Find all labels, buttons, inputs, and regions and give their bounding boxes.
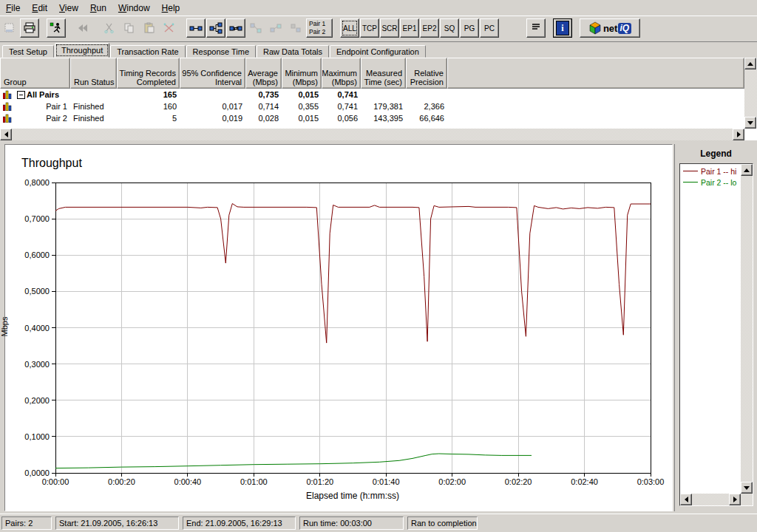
menu-view[interactable]: View (53, 1, 84, 16)
pair-option-3-button[interactable] (286, 18, 305, 38)
value-cell: 0,015 (282, 114, 322, 123)
scroll-up-button[interactable] (744, 58, 756, 69)
help-info-button[interactable]: i (553, 18, 572, 38)
scroll-track[interactable] (744, 69, 757, 117)
scroll-left-button[interactable] (680, 494, 692, 505)
view-option-button[interactable] (506, 18, 526, 38)
table-row[interactable]: All Pairs1650,7350,0150,741 (0, 89, 744, 100)
table-body: All Pairs1650,7350,0150,741Pair 1Finishe… (0, 89, 744, 129)
pair-option-2-button[interactable] (266, 18, 285, 38)
pair-list-button[interactable]: Pair 1 Pair 2 (306, 18, 333, 38)
scroll-down-button[interactable] (741, 482, 753, 494)
table-row[interactable]: Pair 2Finished50,0190,0280,0150,056143,3… (0, 112, 744, 124)
add-pair-group-button[interactable] (206, 18, 225, 38)
print-button[interactable] (20, 18, 39, 38)
table-row[interactable]: Pair 1Finished1600,0170,7140,3550,741179… (0, 100, 744, 112)
delete-button[interactable] (160, 18, 179, 38)
column-header[interactable]: Average(Mbps) (245, 58, 282, 89)
new-report-button[interactable] (0, 18, 19, 38)
filter-scr-button[interactable]: SCR (380, 18, 399, 38)
group-cell: Pair 1 (0, 102, 70, 111)
column-header[interactable]: Maximum(Mbps) (322, 58, 361, 89)
results-table: GroupRun StatusTiming RecordsCompleted95… (0, 58, 757, 140)
netiq-cube-icon (588, 21, 602, 35)
svg-text:0:01:20: 0:01:20 (306, 477, 333, 486)
printer-icon (23, 22, 36, 34)
column-header[interactable]: 95% ConfidenceInterval (180, 58, 245, 89)
svg-text:0:02:00: 0:02:00 (438, 477, 466, 486)
scrollbar-corner (741, 494, 753, 505)
status-section: Ran to completion (407, 516, 478, 530)
run-status-cell: Finished (70, 114, 117, 123)
rewind-icon (76, 22, 89, 34)
scroll-down-button[interactable] (744, 117, 756, 129)
scroll-left-button[interactable] (0, 129, 12, 140)
status-section: Start: 21.09.2005, 16:26:13 (55, 516, 179, 530)
svg-text:0:01:40: 0:01:40 (373, 477, 400, 486)
filter-ep1-button[interactable]: EP1 (400, 18, 419, 38)
svg-text:0,8000: 0,8000 (24, 178, 50, 187)
tab-response-time[interactable]: Response Time (186, 45, 256, 58)
collapse-expander[interactable] (17, 91, 25, 99)
menu-run[interactable]: Run (84, 1, 112, 16)
legend-item[interactable]: Pair 2 -- lo (682, 177, 740, 188)
pair-option-1-button[interactable] (246, 18, 265, 38)
cut-button[interactable] (100, 18, 119, 38)
run-status-cell: Finished (70, 102, 117, 111)
application-window: FileEditViewRunWindowHelp (0, 0, 757, 532)
value-cell: 66,646 (406, 114, 447, 123)
table-horizontal-scrollbar[interactable] (0, 129, 744, 140)
column-header[interactable]: Run Status (70, 58, 117, 89)
column-header[interactable]: MeasuredTime (sec) (361, 58, 406, 89)
run-test-button[interactable] (47, 18, 66, 38)
scroll-up-button[interactable] (741, 164, 753, 176)
menu-help[interactable]: Help (156, 1, 186, 16)
scroll-track[interactable] (692, 494, 729, 505)
column-header[interactable]: Group (0, 58, 70, 89)
copy-button[interactable] (120, 18, 139, 38)
table-vertical-scrollbar[interactable] (744, 58, 757, 129)
status-section: Run time: 00:03:00 (299, 516, 404, 530)
legend-item[interactable]: Pair 1 -- hi (682, 166, 740, 177)
tab-transaction-rate[interactable]: Transaction Rate (110, 45, 185, 58)
filter-pg-button[interactable]: PG (460, 18, 479, 38)
legend-line-swatch (683, 171, 698, 171)
scroll-track[interactable] (741, 176, 753, 482)
legend-horizontal-scrollbar[interactable] (680, 494, 741, 505)
scroll-track[interactable] (12, 129, 733, 140)
filter-sq-button[interactable]: SQ (440, 18, 459, 38)
column-header[interactable]: Timing RecordsCompleted (117, 58, 180, 89)
tabbar: Test SetupThroughputTransaction RateResp… (0, 43, 757, 58)
stop-run-button[interactable] (73, 18, 92, 38)
paste-icon (143, 22, 156, 34)
add-multicast-pair-button[interactable] (226, 18, 245, 38)
menu-edit[interactable]: Edit (26, 1, 53, 16)
tab-throughput[interactable]: Throughput (55, 43, 109, 58)
menu-file[interactable]: File (0, 1, 26, 16)
filter-pc-button[interactable]: PC (480, 18, 499, 38)
bar-chart-icon (3, 90, 13, 99)
filter-ep2-button[interactable]: EP2 (420, 18, 439, 38)
right-arrow-icon (733, 497, 737, 502)
scroll-right-button[interactable] (733, 129, 744, 140)
column-header[interactable]: RelativePrecision (406, 58, 447, 89)
filter-all-button[interactable]: ALL (340, 18, 359, 38)
tab-test-setup[interactable]: Test Setup (2, 45, 54, 58)
value-cell: 160 (117, 102, 180, 111)
legend-item-label: Pair 1 -- hi (701, 167, 736, 176)
scroll-right-button[interactable] (729, 494, 741, 505)
tab-raw-data-totals[interactable]: Raw Data Totals (257, 45, 329, 58)
tab-endpoint-configuration[interactable]: Endpoint Configuration (330, 45, 426, 58)
paste-button[interactable] (140, 18, 159, 38)
value-cell: 179,381 (361, 102, 406, 111)
legend-vertical-scrollbar[interactable] (741, 164, 753, 494)
scissors-icon (103, 22, 116, 34)
filter-tcp-button[interactable]: TCP (360, 18, 379, 38)
legend-listbox: Pair 1 -- hiPair 2 -- lo (679, 163, 753, 506)
legend-item-label: Pair 2 -- lo (701, 178, 736, 187)
show-lines-button[interactable] (526, 18, 546, 38)
menu-window[interactable]: Window (112, 1, 156, 16)
column-header[interactable]: Minimum(Mbps) (282, 58, 322, 89)
add-pair-button[interactable] (186, 18, 206, 38)
svg-text:0,2000: 0,2000 (24, 396, 50, 405)
